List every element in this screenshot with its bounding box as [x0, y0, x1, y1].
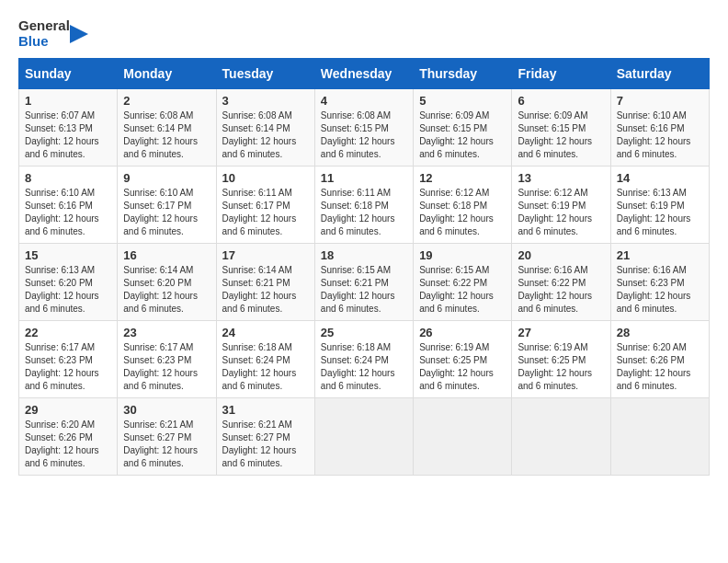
svg-marker-0: [70, 25, 88, 43]
calendar-week-2: 8 Sunrise: 6:10 AMSunset: 6:16 PMDayligh…: [19, 167, 710, 244]
day-number: 10: [222, 171, 309, 185]
calendar-cell: 20 Sunrise: 6:16 AMSunset: 6:22 PMDaylig…: [512, 244, 610, 321]
calendar-week-3: 15 Sunrise: 6:13 AMSunset: 6:20 PMDaylig…: [19, 244, 710, 321]
day-info: Sunrise: 6:09 AMSunset: 6:15 PMDaylight:…: [518, 110, 592, 159]
calendar-cell: [314, 398, 413, 476]
day-info: Sunrise: 6:17 AMSunset: 6:23 PMDaylight:…: [123, 342, 198, 391]
calendar-week-4: 22 Sunrise: 6:17 AMSunset: 6:23 PMDaylig…: [19, 321, 710, 398]
calendar-cell: 12 Sunrise: 6:12 AMSunset: 6:18 PMDaylig…: [414, 167, 512, 244]
calendar-cell: 3 Sunrise: 6:08 AMSunset: 6:14 PMDayligh…: [216, 89, 314, 167]
day-info: Sunrise: 6:21 AMSunset: 6:27 PMDaylight:…: [222, 419, 297, 468]
calendar-cell: 9 Sunrise: 6:10 AMSunset: 6:17 PMDayligh…: [118, 167, 216, 244]
logo: General Blue: [18, 18, 88, 49]
calendar-cell: [414, 398, 512, 476]
day-header-monday: Monday: [118, 59, 216, 89]
logo-general: General: [18, 18, 70, 34]
day-info: Sunrise: 6:14 AMSunset: 6:21 PMDaylight:…: [222, 265, 297, 314]
day-number: 22: [25, 326, 111, 339]
day-header-tuesday: Tuesday: [216, 59, 314, 89]
days-row: SundayMondayTuesdayWednesdayThursdayFrid…: [19, 59, 710, 89]
logo-blue: Blue: [18, 34, 70, 50]
calendar-cell: 29 Sunrise: 6:20 AMSunset: 6:26 PMDaylig…: [19, 398, 118, 476]
day-number: 16: [123, 248, 210, 262]
day-info: Sunrise: 6:08 AMSunset: 6:14 PMDaylight:…: [123, 110, 198, 159]
day-info: Sunrise: 6:13 AMSunset: 6:19 PMDaylight:…: [617, 188, 691, 236]
day-info: Sunrise: 6:09 AMSunset: 6:15 PMDaylight:…: [419, 110, 494, 159]
day-number: 9: [123, 171, 210, 185]
day-info: Sunrise: 6:21 AMSunset: 6:27 PMDaylight:…: [123, 419, 198, 468]
calendar-cell: 4 Sunrise: 6:08 AMSunset: 6:15 PMDayligh…: [314, 89, 413, 167]
day-header-wednesday: Wednesday: [314, 59, 413, 89]
day-info: Sunrise: 6:14 AMSunset: 6:20 PMDaylight:…: [123, 265, 198, 314]
day-number: 7: [617, 94, 703, 108]
day-info: Sunrise: 6:10 AMSunset: 6:16 PMDaylight:…: [617, 110, 691, 159]
calendar-cell: 7 Sunrise: 6:10 AMSunset: 6:16 PMDayligh…: [610, 89, 709, 167]
calendar-cell: 18 Sunrise: 6:15 AMSunset: 6:21 PMDaylig…: [314, 244, 413, 321]
day-header-friday: Friday: [512, 59, 610, 89]
day-number: 12: [419, 171, 506, 185]
day-info: Sunrise: 6:07 AMSunset: 6:13 PMDaylight:…: [25, 110, 99, 159]
day-info: Sunrise: 6:18 AMSunset: 6:24 PMDaylight:…: [321, 342, 395, 391]
day-info: Sunrise: 6:11 AMSunset: 6:17 PMDaylight:…: [222, 188, 297, 236]
day-number: 4: [321, 94, 407, 108]
day-info: Sunrise: 6:18 AMSunset: 6:24 PMDaylight:…: [222, 342, 297, 391]
day-info: Sunrise: 6:08 AMSunset: 6:15 PMDaylight:…: [321, 110, 395, 159]
calendar-cell: 6 Sunrise: 6:09 AMSunset: 6:15 PMDayligh…: [512, 89, 610, 167]
day-header-thursday: Thursday: [414, 59, 512, 89]
calendar-cell: 14 Sunrise: 6:13 AMSunset: 6:19 PMDaylig…: [610, 167, 709, 244]
day-number: 8: [25, 171, 111, 185]
day-number: 1: [25, 94, 111, 108]
day-info: Sunrise: 6:17 AMSunset: 6:23 PMDaylight:…: [25, 342, 99, 391]
day-info: Sunrise: 6:16 AMSunset: 6:23 PMDaylight:…: [617, 265, 691, 314]
day-number: 2: [123, 94, 210, 108]
calendar-cell: 30 Sunrise: 6:21 AMSunset: 6:27 PMDaylig…: [118, 398, 216, 476]
day-number: 31: [222, 403, 309, 417]
logo-triangle-icon: [70, 21, 88, 47]
day-header-sunday: Sunday: [19, 59, 118, 89]
day-number: 29: [25, 403, 111, 417]
day-info: Sunrise: 6:12 AMSunset: 6:18 PMDaylight:…: [419, 188, 494, 236]
calendar-cell: 28 Sunrise: 6:20 AMSunset: 6:26 PMDaylig…: [610, 321, 709, 398]
day-number: 14: [617, 171, 703, 185]
day-info: Sunrise: 6:08 AMSunset: 6:14 PMDaylight:…: [222, 110, 297, 159]
day-info: Sunrise: 6:19 AMSunset: 6:25 PMDaylight:…: [518, 342, 592, 391]
day-info: Sunrise: 6:12 AMSunset: 6:19 PMDaylight:…: [518, 188, 592, 236]
day-number: 11: [321, 171, 407, 185]
calendar-week-1: 1 Sunrise: 6:07 AMSunset: 6:13 PMDayligh…: [19, 89, 710, 167]
day-number: 21: [617, 248, 703, 262]
calendar-cell: 13 Sunrise: 6:12 AMSunset: 6:19 PMDaylig…: [512, 167, 610, 244]
calendar-cell: 23 Sunrise: 6:17 AMSunset: 6:23 PMDaylig…: [118, 321, 216, 398]
day-number: 27: [518, 326, 604, 339]
calendar-cell: 15 Sunrise: 6:13 AMSunset: 6:20 PMDaylig…: [19, 244, 118, 321]
day-info: Sunrise: 6:13 AMSunset: 6:20 PMDaylight:…: [25, 265, 99, 314]
day-number: 15: [25, 248, 111, 262]
day-number: 25: [321, 326, 407, 339]
page-header: General Blue: [18, 18, 710, 49]
day-info: Sunrise: 6:20 AMSunset: 6:26 PMDaylight:…: [25, 419, 99, 468]
day-number: 18: [321, 248, 407, 262]
day-number: 5: [419, 94, 506, 108]
calendar-cell: 26 Sunrise: 6:19 AMSunset: 6:25 PMDaylig…: [414, 321, 512, 398]
day-number: 26: [419, 326, 506, 339]
calendar-cell: 17 Sunrise: 6:14 AMSunset: 6:21 PMDaylig…: [216, 244, 314, 321]
calendar-cell: 31 Sunrise: 6:21 AMSunset: 6:27 PMDaylig…: [216, 398, 314, 476]
day-info: Sunrise: 6:20 AMSunset: 6:26 PMDaylight:…: [617, 342, 691, 391]
calendar-body: 1 Sunrise: 6:07 AMSunset: 6:13 PMDayligh…: [19, 89, 710, 476]
calendar-cell: 24 Sunrise: 6:18 AMSunset: 6:24 PMDaylig…: [216, 321, 314, 398]
calendar-cell: 10 Sunrise: 6:11 AMSunset: 6:17 PMDaylig…: [216, 167, 314, 244]
calendar-cell: 21 Sunrise: 6:16 AMSunset: 6:23 PMDaylig…: [610, 244, 709, 321]
logo-mark: General Blue: [18, 18, 88, 49]
calendar-cell: [512, 398, 610, 476]
calendar-cell: 22 Sunrise: 6:17 AMSunset: 6:23 PMDaylig…: [19, 321, 118, 398]
calendar-header: SundayMondayTuesdayWednesdayThursdayFrid…: [19, 59, 710, 89]
calendar-cell: [610, 398, 709, 476]
day-info: Sunrise: 6:15 AMSunset: 6:22 PMDaylight:…: [419, 265, 494, 314]
day-number: 20: [518, 248, 604, 262]
day-number: 28: [617, 326, 703, 339]
calendar-cell: 19 Sunrise: 6:15 AMSunset: 6:22 PMDaylig…: [414, 244, 512, 321]
day-number: 13: [518, 171, 604, 185]
day-number: 24: [222, 326, 309, 339]
calendar-cell: 8 Sunrise: 6:10 AMSunset: 6:16 PMDayligh…: [19, 167, 118, 244]
day-info: Sunrise: 6:11 AMSunset: 6:18 PMDaylight:…: [321, 188, 395, 236]
day-number: 23: [123, 326, 210, 339]
